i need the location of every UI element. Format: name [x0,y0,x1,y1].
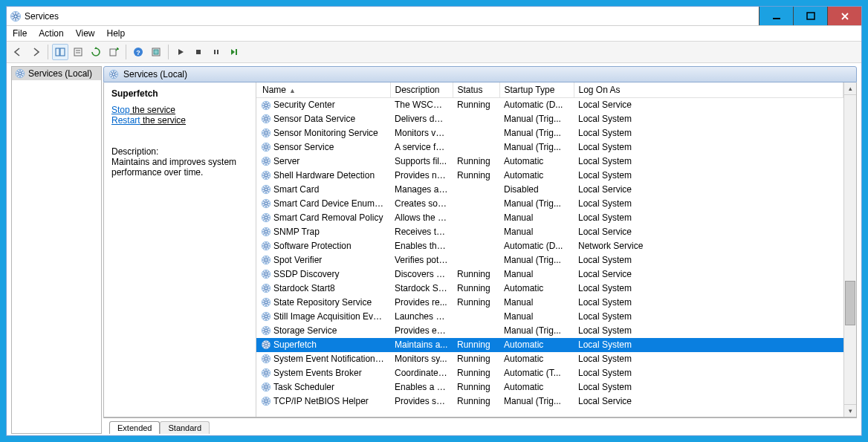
service-row[interactable]: Smart Card Removal PolicyAllows the s...… [256,211,843,225]
service-row[interactable]: TCP/IP NetBIOS HelperProvides su...Runni… [256,394,843,409]
service-row[interactable]: SuperfetchMaintains a...RunningAutomatic… [256,338,843,352]
service-name: Software Protection [273,241,352,251]
minimize-button[interactable] [759,7,793,25]
col-logon[interactable]: Log On As [574,82,843,98]
gear-icon [261,354,271,364]
service-status: Running [453,267,499,282]
col-description[interactable]: Description [390,82,453,98]
menu-file[interactable]: File [13,28,27,39]
help-button[interactable]: ? [130,44,146,60]
restart-link[interactable]: Restart [111,115,140,126]
service-row[interactable]: Shell Hardware DetectionProvides no...Ru… [256,169,843,183]
gear-icon [261,212,271,223]
svg-rect-10 [773,18,780,19]
service-status [453,324,499,338]
service-row[interactable]: Storage ServiceProvides en...Manual (Tri… [256,324,843,338]
description-label: Description: [111,146,248,157]
vertical-scrollbar[interactable]: ▴ ▾ [843,82,856,417]
stop-service-button[interactable] [190,44,207,60]
col-name[interactable]: Name▲ [256,82,390,98]
stop-link[interactable]: Stop [111,105,130,115]
service-description: Coordinates... [390,366,453,380]
close-button[interactable] [827,7,861,25]
service-row[interactable]: Task SchedulerEnables a us...RunningAuto… [256,380,843,394]
service-description: The WSCSV... [390,98,453,112]
service-row[interactable]: Sensor Monitoring ServiceMonitors va...M… [256,126,843,140]
service-startup: Automatic [499,282,574,296]
service-description: Provides re... [390,296,453,310]
service-name: System Events Broker [273,368,362,378]
service-row[interactable]: Sensor Data ServiceDelivers dat...Manual… [256,112,843,126]
refresh-button[interactable] [88,44,104,60]
service-row[interactable]: Stardock Start8Stardock St...RunningAuto… [256,282,843,296]
service-logon: Local System [574,310,843,324]
col-status[interactable]: Status [453,82,499,98]
service-row[interactable]: Software ProtectionEnables the ...Automa… [256,239,843,253]
service-row[interactable]: System Event Notification S...Monitors s… [256,352,843,366]
service-row[interactable]: SSDP DiscoveryDiscovers n...RunningManua… [256,267,843,282]
tree-pane[interactable]: Services (Local) [11,66,102,434]
view-tabs: Extended Standard [103,417,857,434]
scroll-thumb[interactable] [845,281,855,325]
tab-extended[interactable]: Extended [109,421,160,434]
gear-icon [261,368,271,378]
scroll-down-button[interactable]: ▾ [844,404,856,417]
menu-help[interactable]: Help [107,28,126,39]
service-name: TCP/IP NetBIOS Helper [273,396,369,406]
forward-button[interactable] [27,44,44,60]
properties-button[interactable] [70,44,86,60]
tree-root-item[interactable]: Services (Local) [12,67,101,80]
separator [168,45,169,59]
service-row[interactable]: Smart Card Device Enumera...Creates soft… [256,197,843,211]
window-title: Services [25,11,59,22]
service-row[interactable]: Spot VerifierVerifies pote...Manual (Tri… [256,253,843,267]
menu-action[interactable]: Action [39,28,63,39]
tab-standard[interactable]: Standard [160,421,210,434]
service-name: State Repository Service [273,297,372,308]
svg-rect-11 [807,13,814,19]
list-scroll[interactable]: Name▲ Description Status Startup Type Lo… [256,82,843,417]
service-description: Creates soft... [390,197,453,211]
scroll-track[interactable] [844,95,856,404]
gear-icon [108,69,119,79]
service-row[interactable]: Smart CardManages ac...DisabledLocal Ser… [256,183,843,197]
service-startup: Manual (Trig... [499,253,574,267]
service-status: Running [453,155,499,169]
service-row[interactable]: ServerSupports fil...RunningAutomaticLoc… [256,155,843,169]
service-logon: Local Service [574,267,843,282]
properties2-button[interactable] [148,44,164,60]
titlebar[interactable]: Services [7,7,861,26]
right-pane: Services (Local) Superfetch Stop the ser… [103,66,857,434]
service-startup: Manual [499,267,574,282]
col-startup[interactable]: Startup Type [499,82,574,98]
start-service-button[interactable] [172,44,189,60]
service-row[interactable]: Security CenterThe WSCSV...RunningAutoma… [256,98,843,112]
service-startup: Disabled [499,183,574,197]
service-row[interactable]: State Repository ServiceProvides re...Ru… [256,296,843,310]
restart-service-button[interactable] [226,44,242,60]
service-status: Running [453,394,499,409]
service-status: Running [453,352,499,366]
service-row[interactable]: System Events BrokerCoordinates...Runnin… [256,366,843,380]
menu-view[interactable]: View [76,28,95,39]
services-list: Name▲ Description Status Startup Type Lo… [256,82,856,417]
gear-icon [261,184,271,195]
back-button[interactable] [10,44,26,60]
service-row[interactable]: Still Image Acquisition EventsLaunches a… [256,310,843,324]
app-icon [10,10,22,22]
service-row[interactable]: SNMP TrapReceives tra...ManualLocal Serv… [256,225,843,239]
service-name: Task Scheduler [273,382,334,392]
service-status: Running [453,296,499,310]
service-name: Spot Verifier [273,255,322,265]
export-button[interactable] [106,44,122,60]
gear-icon [261,100,271,111]
maximize-button[interactable] [793,7,827,25]
pause-service-button[interactable] [208,44,224,60]
service-logon: Local System [574,140,843,155]
show-hide-tree-button[interactable] [52,44,68,60]
scroll-up-button[interactable]: ▴ [844,82,856,95]
gear-icon [261,170,271,181]
service-logon: Local System [574,352,843,366]
service-startup: Manual [499,211,574,225]
service-row[interactable]: Sensor ServiceA service fo...Manual (Tri… [256,140,843,155]
